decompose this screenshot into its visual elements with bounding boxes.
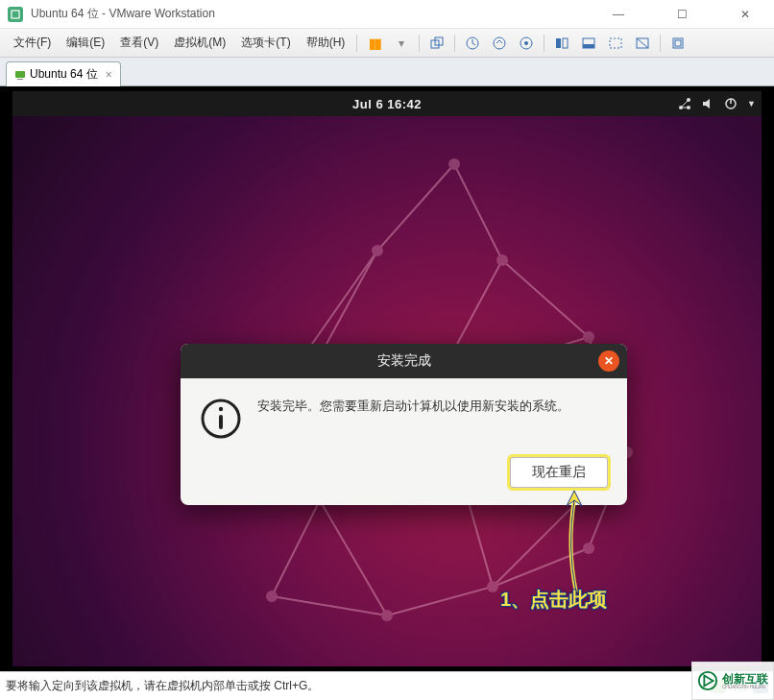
svg-line-36 <box>320 251 377 356</box>
svg-rect-7 <box>556 38 561 48</box>
dialog-actions: 现在重启 <box>181 457 627 505</box>
svg-point-59 <box>219 407 223 411</box>
svg-point-56 <box>266 591 278 602</box>
app-icon <box>8 7 23 22</box>
volume-icon[interactable] <box>701 97 714 110</box>
watermark-icon <box>697 670 718 691</box>
watermark-en: CHUANGXIN HULIAN <box>722 685 768 689</box>
svg-line-29 <box>272 500 320 596</box>
window-title: Ubuntu 64 位 - VMware Workstation <box>31 6 215 22</box>
menu-view[interactable]: 查看(V) <box>112 35 166 51</box>
pause-icon[interactable]: ▮▮ <box>363 32 386 55</box>
dialog-close-button[interactable]: ✕ <box>598 350 619 372</box>
menu-separator <box>660 35 661 52</box>
menu-vm[interactable]: 虚拟机(M) <box>166 35 233 51</box>
menubar: 文件(F) 编辑(E) 查看(V) 虚拟机(M) 选项卡(T) 帮助(H) ▮▮… <box>0 29 774 58</box>
vm-icon <box>14 69 26 81</box>
svg-rect-60 <box>219 415 223 429</box>
info-icon <box>200 398 242 440</box>
watermark-cn: 创新互联 <box>722 673 768 685</box>
ubuntu-desktop: 安装完成 ✕ 安装完毕。您需要重新启动计算机以使用新安装的系统。 现在重启 <box>12 116 762 666</box>
svg-point-54 <box>487 581 498 592</box>
chevron-down-icon[interactable]: ▼ <box>747 99 756 109</box>
tool-library-icon[interactable] <box>666 32 689 55</box>
tool-manage-icon[interactable] <box>515 32 538 55</box>
watermark: 创新互联 CHUANGXIN HULIAN <box>691 662 774 700</box>
svg-rect-11 <box>610 38 621 48</box>
menu-separator <box>454 35 455 52</box>
svg-line-27 <box>454 164 502 260</box>
svg-point-55 <box>381 610 393 621</box>
ubuntu-topbar: Jul 6 16:42 ▼ <box>12 91 762 116</box>
svg-line-32 <box>493 548 589 587</box>
tool-fullscreen-icon[interactable] <box>604 32 627 55</box>
tab-label: Ubuntu 64 位 <box>30 66 98 83</box>
statusbar: 要将输入定向到该虚拟机，请在虚拟机内部单击或按 Ctrl+G。 <box>0 671 774 700</box>
svg-rect-16 <box>15 71 25 78</box>
restart-now-button[interactable]: 现在重启 <box>510 457 608 488</box>
dialog-header[interactable]: 安装完成 ✕ <box>181 344 627 378</box>
svg-line-35 <box>502 260 589 337</box>
svg-point-4 <box>494 37 505 49</box>
svg-line-26 <box>377 164 454 251</box>
svg-rect-17 <box>17 79 23 80</box>
dropdown-icon[interactable]: ▾ <box>390 32 413 55</box>
tool-revert-icon[interactable] <box>488 32 511 55</box>
status-text: 要将输入定向到该虚拟机，请在虚拟机内部单击或按 Ctrl+G。 <box>6 678 319 694</box>
svg-point-47 <box>448 158 460 170</box>
vm-tab[interactable]: Ubuntu 64 位 × <box>6 61 121 86</box>
close-button[interactable]: ✕ <box>724 8 766 21</box>
tab-close-icon[interactable]: × <box>106 68 112 82</box>
system-tray[interactable]: ▼ <box>678 97 756 110</box>
network-icon[interactable] <box>678 97 691 110</box>
dialog-message: 安装完毕。您需要重新启动计算机以使用新安装的系统。 <box>257 398 608 415</box>
install-complete-dialog: 安装完成 ✕ 安装完毕。您需要重新启动计算机以使用新安装的系统。 现在重启 <box>181 344 627 505</box>
svg-rect-15 <box>675 40 681 46</box>
svg-line-44 <box>320 500 387 616</box>
tabbar: Ubuntu 64 位 × <box>0 58 774 86</box>
menu-file[interactable]: 文件(F) <box>6 35 59 51</box>
clock-label[interactable]: Jul 6 16:42 <box>352 97 422 111</box>
maximize-button[interactable]: ☐ <box>661 8 703 21</box>
svg-point-53 <box>583 543 594 554</box>
svg-point-6 <box>524 41 528 45</box>
svg-point-46 <box>372 245 383 256</box>
svg-rect-0 <box>12 11 19 18</box>
window-controls: — ☐ ✕ <box>597 8 766 21</box>
window-titlebar: Ubuntu 64 位 - VMware Workstation — ☐ ✕ <box>0 0 774 29</box>
menu-edit[interactable]: 编辑(E) <box>59 35 112 51</box>
menu-tabs[interactable]: 选项卡(T) <box>233 35 298 51</box>
svg-line-31 <box>387 587 493 616</box>
tool-layout1-icon[interactable] <box>550 32 573 55</box>
vm-viewport[interactable]: Jul 6 16:42 ▼ <box>0 86 774 671</box>
svg-rect-8 <box>563 38 568 48</box>
tool-layout2-icon[interactable] <box>577 32 600 55</box>
menu-separator <box>419 35 420 52</box>
minimize-button[interactable]: — <box>597 8 640 21</box>
svg-point-48 <box>496 254 508 266</box>
svg-point-51 <box>583 331 594 343</box>
power-icon[interactable] <box>724 97 738 110</box>
menu-separator <box>356 35 357 52</box>
tool-unity-icon[interactable] <box>631 32 654 55</box>
dialog-body: 安装完毕。您需要重新启动计算机以使用新安装的系统。 <box>181 378 627 457</box>
guest-screen[interactable]: Jul 6 16:42 ▼ <box>12 91 762 666</box>
svg-line-13 <box>637 38 648 48</box>
menu-separator <box>544 35 544 52</box>
svg-line-30 <box>272 596 387 616</box>
tool-send-icon[interactable] <box>425 32 448 55</box>
menu-help[interactable]: 帮助(H) <box>299 35 353 51</box>
dialog-title: 安装完成 <box>377 352 431 370</box>
svg-rect-10 <box>583 44 594 48</box>
tool-snapshot-icon[interactable] <box>461 32 484 55</box>
